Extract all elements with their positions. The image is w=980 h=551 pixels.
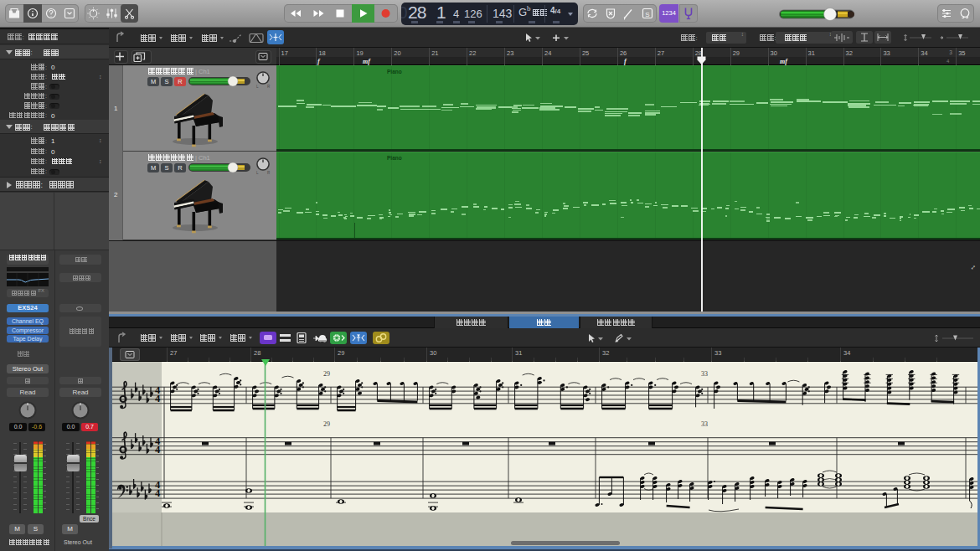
svg-text:33: 33 <box>701 370 708 378</box>
svg-text:4: 4 <box>155 487 161 499</box>
svg-text:29: 29 <box>323 420 330 428</box>
svg-text:4: 4 <box>155 393 161 404</box>
svg-text:L: L <box>256 171 259 175</box>
svg-text:29: 29 <box>323 370 330 378</box>
svg-text:L: L <box>256 85 259 89</box>
svg-text:S: S <box>645 11 649 18</box>
svg-text:4: 4 <box>155 444 161 456</box>
svg-text:R: R <box>267 171 271 175</box>
svg-text:R: R <box>267 85 271 89</box>
svg-text:33: 33 <box>701 420 708 428</box>
